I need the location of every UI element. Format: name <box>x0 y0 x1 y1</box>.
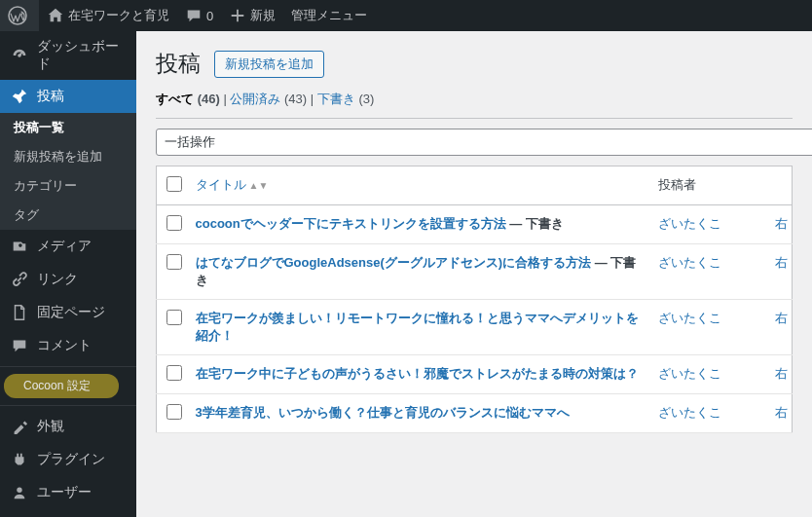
post-title-link[interactable]: 在宅ワークが羨ましい！リモートワークに憧れる！と思うママへデメリットを紹介！ <box>196 311 639 343</box>
new-content-link[interactable]: 新規 <box>221 0 283 31</box>
dashboard-icon <box>10 46 29 65</box>
sidebar-sub-categories[interactable]: カテゴリー <box>0 171 136 201</box>
sidebar-label: Cocoon 設定 <box>10 378 91 394</box>
extra-cell: 右 <box>765 355 793 394</box>
post-title-link[interactable]: 在宅ワーク中に子どもの声がうるさい！邪魔でストレスがたまる時の対策は？ <box>196 366 639 381</box>
author-link[interactable]: ざいたくこ <box>658 216 721 231</box>
sidebar-label: リンク <box>37 271 78 288</box>
sidebar-item-tools[interactable]: ツール <box>0 509 136 517</box>
sidebar-item-users[interactable]: ユーザー <box>0 476 136 509</box>
row-checkbox[interactable] <box>166 310 182 325</box>
admin-bar: 在宅ワークと育児 0 新規 管理メニュー <box>0 0 812 31</box>
page-icon <box>10 303 29 322</box>
sidebar-label: 投稿 <box>37 88 64 105</box>
table-row: はてなブログでGoogleAdsense(グーグルアドセンス)に合格する方法 —… <box>157 244 793 300</box>
filter-published[interactable]: 公開済み (43) <box>230 92 307 106</box>
filter-draft[interactable]: 下書き (3) <box>317 92 375 106</box>
table-row: 3学年差育児、いつから働く？仕事と育児のバランスに悩むママへざいたくこ右 <box>157 394 793 433</box>
site-name-link[interactable]: 在宅ワークと育児 <box>39 0 177 31</box>
sidebar-label: ユーザー <box>37 484 92 501</box>
post-state: — 下書き <box>506 216 564 231</box>
post-title-link[interactable]: 3学年差育児、いつから働く？仕事と育児のバランスに悩むママへ <box>196 405 570 420</box>
home-icon <box>47 7 64 24</box>
sidebar-label: 外観 <box>37 418 64 435</box>
sidebar-separator <box>0 405 136 406</box>
comment-icon <box>185 7 203 24</box>
sidebar-item-media[interactable]: メディア <box>0 230 136 263</box>
table-row: cocoonでヘッダー下にテキストリンクを設置する方法 — 下書きざいたくこ右 <box>157 205 793 244</box>
sidebar-sub-tags[interactable]: タグ <box>0 201 136 230</box>
sidebar-item-appearance[interactable]: 外観 <box>0 410 136 443</box>
admin-sidebar: ダッシュボード 投稿 投稿一覧 新規投稿を追加 カテゴリー タグ メディア リン… <box>0 31 136 517</box>
table-row: 在宅ワーク中に子どもの声がうるさい！邪魔でストレスがたまる時の対策は？ざいたくこ… <box>157 355 793 394</box>
filter-all[interactable]: すべて (46) <box>156 92 220 106</box>
posts-table: タイトル▲▼ 投稿者 右 cocoonでヘッダー下にテキストリンクを設置する方法… <box>156 166 793 433</box>
plus-icon <box>229 7 246 24</box>
post-title-link[interactable]: cocoonでヘッダー下にテキストリンクを設置する方法 <box>196 216 506 231</box>
col-title-sort[interactable]: タイトル▲▼ <box>196 177 269 192</box>
sidebar-item-plugins[interactable]: プラグイン <box>0 443 136 476</box>
sidebar-label: プラグイン <box>37 451 105 468</box>
sidebar-separator <box>0 366 136 367</box>
post-title-link[interactable]: はてなブログでGoogleAdsense(グーグルアドセンス)に合格する方法 <box>196 255 592 270</box>
sidebar-item-posts[interactable]: 投稿 <box>0 80 136 113</box>
sidebar-item-dashboard[interactable]: ダッシュボード <box>0 31 136 80</box>
new-label: 新規 <box>250 7 276 24</box>
comments-link[interactable]: 0 <box>177 0 221 31</box>
comments-count: 0 <box>206 9 213 23</box>
sort-icon: ▲▼ <box>249 180 269 191</box>
row-checkbox[interactable] <box>166 365 182 381</box>
author-link[interactable]: ざいたくこ <box>658 311 721 325</box>
author-link[interactable]: ざいたくこ <box>658 366 721 381</box>
appearance-icon <box>10 417 29 436</box>
author-link[interactable]: ざいたくこ <box>658 255 721 270</box>
link-icon <box>10 270 29 289</box>
row-checkbox[interactable] <box>166 404 182 420</box>
sidebar-label: ダッシュボード <box>37 38 129 73</box>
plugin-icon <box>10 450 29 469</box>
extra-cell: 右 <box>765 394 793 433</box>
admin-menu-label: 管理メニュー <box>291 7 367 24</box>
select-all-checkbox[interactable] <box>166 176 182 192</box>
sidebar-item-cocoon[interactable]: Cocoon 設定 <box>0 371 136 401</box>
extra-cell: 右 <box>765 244 793 300</box>
sidebar-posts-submenu: 投稿一覧 新規投稿を追加 カテゴリー タグ <box>0 113 136 230</box>
bulk-action-select[interactable]: 一括操作 <box>156 129 812 156</box>
admin-menu-link[interactable]: 管理メニュー <box>283 0 375 31</box>
sidebar-sub-posts-new[interactable]: 新規投稿を追加 <box>0 142 136 171</box>
extra-cell: 右 <box>765 205 793 244</box>
sidebar-label: 固定ページ <box>37 304 105 321</box>
filter-bar: 一括操作 適用 すべての日付 カテゴリー一覧 すべてのタグ すべてのユーザー 絞… <box>156 118 793 166</box>
row-checkbox[interactable] <box>166 254 182 270</box>
sidebar-item-comments[interactable]: コメント <box>0 329 136 362</box>
pin-icon <box>10 87 29 106</box>
sidebar-sub-posts-list[interactable]: 投稿一覧 <box>0 113 136 142</box>
svg-point-1 <box>17 488 21 493</box>
site-name: 在宅ワークと育児 <box>68 7 169 24</box>
col-extra-header: 右 <box>765 166 793 205</box>
sidebar-label: コメント <box>37 337 92 354</box>
page-title: 投稿 <box>156 49 201 79</box>
sidebar-item-pages[interactable]: 固定ページ <box>0 296 136 329</box>
status-filter-links: すべて (46) | 公開済み (43) | 下書き (3) <box>156 91 793 108</box>
col-author-header: 投稿者 <box>648 166 765 205</box>
add-new-button[interactable]: 新規投稿を追加 <box>214 51 324 78</box>
extra-cell: 右 <box>765 300 793 355</box>
media-icon <box>10 237 29 256</box>
table-row: 在宅ワークが羨ましい！リモートワークに憧れる！と思うママへデメリットを紹介！ざい… <box>157 300 793 355</box>
author-link[interactable]: ざいたくこ <box>658 405 721 420</box>
sidebar-item-links[interactable]: リンク <box>0 263 136 296</box>
user-icon <box>10 483 29 502</box>
sidebar-label: メディア <box>37 238 92 255</box>
comment-icon <box>10 336 29 355</box>
wp-logo[interactable] <box>0 0 39 31</box>
row-checkbox[interactable] <box>166 215 182 231</box>
main-content: 投稿 新規投稿を追加 すべて (46) | 公開済み (43) | 下書き (3… <box>136 31 812 517</box>
